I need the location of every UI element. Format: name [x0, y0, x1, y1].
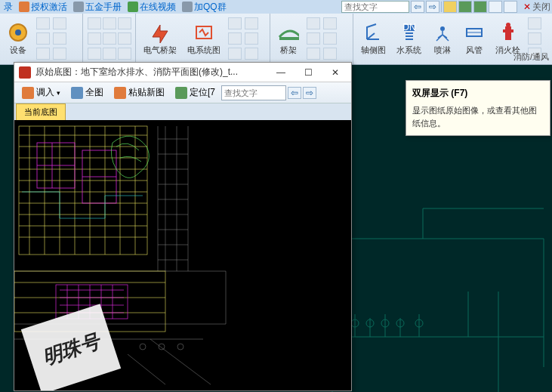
- import-icon: [22, 87, 34, 99]
- menu-hardware-manual[interactable]: 五金手册: [71, 1, 124, 14]
- popup-titlebar[interactable]: 原始底图：地下室给水排水、消防平面图(修改)_t... — ☐ ✕: [14, 63, 351, 82]
- st-c3[interactable]: [307, 32, 320, 45]
- svg-point-22: [140, 344, 146, 350]
- locate-icon: [175, 87, 187, 99]
- book-icon: [73, 2, 84, 12]
- menu-online-video[interactable]: 在线视频: [125, 1, 178, 14]
- st-b4[interactable]: [245, 32, 258, 45]
- paste-new-button[interactable]: 粘贴新图: [109, 84, 169, 101]
- st-c6[interactable]: [323, 48, 337, 60]
- st-a7[interactable]: [88, 48, 101, 60]
- svg-rect-10: [503, 29, 513, 32]
- tool-water-sys[interactable]: DN水系统: [393, 20, 424, 57]
- svg-point-24: [177, 344, 183, 350]
- small-tool-2[interactable]: [53, 17, 66, 29]
- tool-elec-system[interactable]: 电系统图: [184, 20, 224, 57]
- svg-point-1: [15, 29, 21, 35]
- popup-search-prev[interactable]: ⇦: [288, 87, 301, 99]
- st-a1[interactable]: [88, 17, 101, 29]
- minimize-button[interactable]: —: [270, 65, 292, 80]
- popup-toolbar: 调入▾ 全图 粘贴新图 定位[7 ⇦ ⇨: [14, 82, 351, 103]
- st-c5[interactable]: [307, 48, 320, 60]
- close-button[interactable]: ✕关闭: [523, 1, 550, 14]
- tool-axon[interactable]: 轴侧图: [358, 20, 389, 57]
- st-a9[interactable]: [118, 48, 131, 60]
- fullview-button[interactable]: 全图: [66, 84, 108, 101]
- st-c1[interactable]: [307, 17, 320, 29]
- top-btn-2[interactable]: [458, 1, 472, 13]
- top-menu-bar: 录 授权激活 五金手册 在线视频 加QQ群 ⇦ ⇨ ✕关闭: [0, 0, 552, 14]
- maximize-button[interactable]: ☐: [297, 65, 319, 80]
- st-b2[interactable]: [245, 17, 258, 29]
- st-c2[interactable]: [323, 17, 337, 29]
- st-a4[interactable]: [88, 32, 101, 45]
- svg-rect-9: [505, 26, 511, 40]
- fullview-icon: [71, 87, 83, 99]
- svg-text:DN: DN: [402, 23, 415, 32]
- tool-elec-bridge[interactable]: 电气桥架: [140, 20, 180, 57]
- st-a2[interactable]: [103, 17, 116, 29]
- tooltip-title: 双屏显示 (F7): [412, 87, 544, 100]
- popup-canvas[interactable]: 明珠号: [14, 120, 351, 390]
- st-a5[interactable]: [103, 32, 116, 45]
- svg-rect-3: [279, 37, 299, 40]
- original-drawing-popup: 原始底图：地下室给水排水、消防平面图(修改)_t... — ☐ ✕ 调入▾ 全图…: [14, 62, 352, 391]
- svg-point-11: [506, 23, 510, 27]
- import-button[interactable]: 调入▾: [17, 84, 65, 101]
- small-tool-6[interactable]: [53, 48, 66, 60]
- top-btn-1[interactable]: [443, 1, 457, 13]
- st-b1[interactable]: [228, 17, 242, 29]
- qq-icon: [182, 2, 193, 12]
- st-c4[interactable]: [323, 32, 337, 45]
- svg-rect-17: [19, 126, 147, 255]
- small-tool-1[interactable]: [36, 17, 50, 29]
- play-icon: [128, 2, 138, 12]
- popup-tabs: 当前底图: [14, 103, 351, 120]
- popup-search-next[interactable]: ⇨: [303, 87, 316, 99]
- small-tool-3[interactable]: [36, 32, 50, 45]
- popup-title-text: 原始底图：地下室给水排水、消防平面图(修改)_t...: [35, 66, 265, 79]
- svg-point-23: [159, 344, 165, 350]
- tool-sprinkler[interactable]: 喷淋: [429, 20, 456, 57]
- tab-current-base[interactable]: 当前底图: [16, 103, 66, 120]
- st-a3[interactable]: [118, 17, 131, 29]
- tool-device[interactable]: 设备: [5, 20, 32, 57]
- close-window-button[interactable]: ✕: [324, 65, 347, 80]
- top-search-input[interactable]: [341, 1, 409, 13]
- locate-button[interactable]: 定位[7: [171, 84, 220, 101]
- tool-bridge[interactable]: 桥架: [275, 20, 302, 57]
- menu-qq-group[interactable]: 加QQ群: [180, 1, 229, 14]
- app-icon: [19, 66, 31, 79]
- st-b5[interactable]: [228, 48, 242, 60]
- top-btn-4[interactable]: [489, 1, 502, 13]
- st-a8[interactable]: [103, 48, 116, 60]
- svg-point-6: [440, 26, 445, 31]
- st-a6[interactable]: [118, 32, 131, 45]
- tooltip-dualscreen: 双屏显示 (F7) 显示图纸原始图像，或查看其他图纸信息。: [406, 80, 550, 136]
- search-next-button[interactable]: ⇨: [426, 1, 439, 13]
- small-tool-5[interactable]: [36, 48, 50, 60]
- paste-icon: [114, 87, 126, 99]
- top-btn-3[interactable]: [473, 1, 487, 13]
- st-d1[interactable]: [528, 17, 541, 29]
- tool-duct[interactable]: 风管: [461, 20, 488, 57]
- ribbon-tab-label[interactable]: 消防/通风: [513, 51, 549, 63]
- key-icon: [19, 2, 29, 12]
- st-d2[interactable]: [528, 32, 541, 45]
- top-btn-5[interactable]: [504, 1, 517, 13]
- popup-search-input[interactable]: [221, 85, 286, 100]
- menu-record[interactable]: 录: [2, 1, 15, 14]
- search-prev-button[interactable]: ⇦: [411, 1, 424, 13]
- ribbon-toolbar: 设备 电气桥架: [0, 14, 552, 65]
- st-b3[interactable]: [228, 32, 242, 45]
- st-b6[interactable]: [245, 48, 258, 60]
- menu-license[interactable]: 授权激活: [17, 1, 69, 14]
- tooltip-body: 显示图纸原始图像，或查看其他图纸信息。: [412, 104, 544, 129]
- small-tool-4[interactable]: [53, 32, 66, 45]
